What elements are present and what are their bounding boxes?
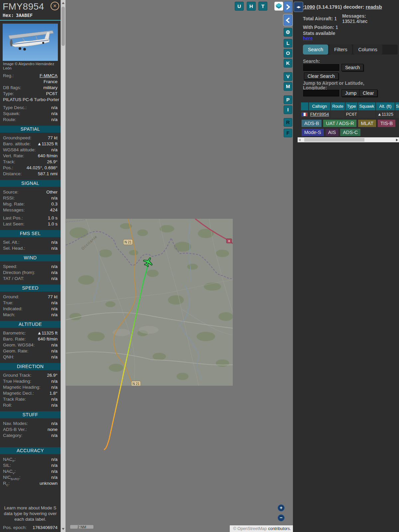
badge-uat-adsr[interactable]: UAT / ADS-R — [323, 120, 356, 127]
map-canvas: 8 N 21 N 21 Occitanie — [66, 0, 293, 532]
data-row: Last Seen:1.0 s — [0, 221, 61, 227]
clear-search-button[interactable]: Clear Search — [304, 72, 338, 80]
scroll-left-icon[interactable] — [299, 139, 301, 141]
gear-icon: ⚙ — [286, 29, 290, 35]
search-input[interactable] — [303, 64, 339, 71]
table-header-alt[interactable]: Alt. (ft) — [376, 102, 395, 110]
hscrollbar-thumb[interactable] — [304, 138, 364, 142]
scroll-down-icon[interactable] — [62, 528, 65, 530]
scroll-up-icon[interactable] — [62, 2, 65, 4]
data-row: NICBARO:n/a — [0, 474, 61, 480]
badge-ais[interactable]: AIS — [326, 129, 338, 136]
button-u[interactable]: U — [235, 2, 244, 11]
badge-adsc[interactable]: ADS-C — [340, 129, 360, 136]
osm-attribution-link[interactable]: © OpenStreetMap — [233, 526, 267, 531]
map-scale-bar: 2 NM — [69, 524, 94, 529]
road-badge-n21-top: N 21 — [123, 239, 133, 245]
section-header-spatial: SPATIAL — [0, 126, 61, 133]
data-row: TAT / OAT:n/a — [0, 276, 61, 282]
expand-panel-button[interactable] — [284, 1, 292, 12]
data-row: Sel. Head.:n/a — [0, 245, 61, 251]
panel-toggle-icon: ◀▶ — [297, 5, 301, 9]
table-header-type[interactable]: Type — [345, 102, 357, 110]
data-row: Barometric:▲11325 ft — [0, 330, 61, 336]
toggle-button-r[interactable]: R — [284, 118, 292, 127]
section-header-stuff: STUFF — [0, 411, 61, 418]
toggle-button-f[interactable]: F — [284, 129, 292, 137]
row-altitude: ▲11325 — [376, 111, 395, 118]
stats-here-link[interactable]: here — [303, 36, 313, 41]
toggle-button-p[interactable]: P — [284, 95, 292, 104]
settings-button[interactable]: ⚙ — [284, 28, 292, 37]
search-label: Search: — [303, 59, 320, 64]
data-row: ADS-B Ver.:none — [0, 427, 61, 433]
table-row[interactable]: FMY8954 PC6T ▲11325 — [301, 111, 399, 118]
header-divider — [0, 20, 61, 21]
road-badge-n21-bottom: N 21 — [131, 381, 141, 386]
photo-credit: Image © Alejandro Hernández León — [0, 61, 61, 70]
map[interactable]: 8 N 21 N 21 Occitanie U H T — [66, 0, 293, 532]
layer-switcher-button[interactable] — [274, 2, 283, 11]
info-row-typedesc: Type Desc.:n/a — [0, 105, 61, 111]
section-header-accuracy: ACCURACY — [0, 447, 61, 454]
plus-icon: + — [280, 505, 283, 510]
table-header-speed[interactable]: Speed — [395, 102, 399, 110]
toggle-button-o[interactable]: O — [284, 49, 292, 58]
toggle-button-l[interactable]: L — [284, 39, 292, 48]
clear-button[interactable]: Clear — [359, 89, 377, 97]
aircraft-info-block: Reg.:F-MMCA France DB flags:military Typ… — [0, 73, 61, 123]
table-header-callsign[interactable]: Callsign — [309, 102, 330, 110]
chevron-right-icon — [286, 4, 290, 10]
data-row: Direction (from):n/a — [0, 270, 61, 276]
panel-toggle-button[interactable]: ◀▶ — [294, 2, 303, 12]
toggle-button-i[interactable]: I — [284, 105, 292, 114]
data-row: Mach:n/a — [0, 312, 61, 318]
data-row: RC:unknown — [0, 480, 61, 486]
data-row: Track Rate:n/a — [0, 396, 61, 402]
toggle-button-m[interactable]: M — [284, 82, 292, 91]
info-row-type: Type:PC6T — [0, 91, 61, 97]
aircraft-photo[interactable] — [3, 24, 58, 61]
zoom-in-button[interactable]: + — [278, 504, 285, 511]
toggle-button-k[interactable]: K — [284, 59, 292, 67]
collapse-sidebar-button[interactable] — [284, 15, 292, 26]
svg-text:N 21: N 21 — [132, 382, 140, 386]
info-row-typename: PILATUS PC-6 Turbo-Porter — [0, 97, 61, 103]
minus-icon: − — [280, 515, 283, 520]
table-header-squawk[interactable]: Squawk — [358, 102, 375, 110]
source-badges-row2: Mode-S AIS ADS-C — [302, 129, 360, 136]
row-callsign-link[interactable]: FMY8954 — [309, 111, 330, 118]
search-button[interactable]: Search — [341, 64, 363, 71]
data-row: Pos.:44.025°, 0.698° — [0, 165, 61, 171]
source-badges-row1: ADS-B UAT / ADS-R MLAT TIS-B — [302, 120, 395, 127]
toggle-button-v[interactable]: V — [284, 72, 292, 81]
data-row: Vert. Rate:640 ft/min — [0, 153, 61, 159]
tab-filters[interactable]: Filters — [329, 45, 352, 55]
data-row: QNH:n/a — [0, 354, 61, 360]
badge-tisb[interactable]: TIS-B — [378, 120, 395, 127]
badge-adsb[interactable]: ADS-B — [302, 120, 322, 127]
registration-link[interactable]: F-MMCA — [40, 73, 58, 79]
badge-mlat[interactable]: MLAT — [358, 120, 376, 127]
messages-stat-value: 13521.4/sec — [342, 19, 367, 24]
aircraft-header: FMY8954 ✕ Hex:3AABEF — [0, 0, 61, 18]
button-t[interactable]: T — [258, 2, 267, 11]
badge-modes[interactable]: Mode-S — [302, 129, 324, 136]
table-header-flag[interactable] — [301, 102, 308, 110]
jump-input[interactable] — [303, 90, 339, 96]
table-header-route[interactable]: Route — [331, 102, 345, 110]
tab-columns[interactable]: Columns — [353, 45, 382, 55]
close-button[interactable]: ✕ — [51, 2, 59, 10]
zoom-out-button[interactable]: − — [278, 514, 285, 521]
scroll-right-icon[interactable] — [396, 139, 398, 141]
jump-button[interactable]: Jump — [341, 89, 360, 97]
panel-tabs: Search Filters Columns — [303, 45, 398, 55]
readsb-link[interactable]: readsb — [366, 4, 382, 10]
sidebar-scrollbar-thumb[interactable] — [62, 7, 65, 46]
data-row: True Heading:n/a — [0, 378, 61, 384]
table-horizontal-scrollbar[interactable] — [298, 137, 399, 142]
data-row: Nav. Modes:n/a — [0, 421, 61, 427]
sidebar-scrollbar[interactable] — [61, 0, 66, 532]
button-h[interactable]: H — [247, 2, 256, 11]
tab-search[interactable]: Search — [303, 45, 328, 55]
